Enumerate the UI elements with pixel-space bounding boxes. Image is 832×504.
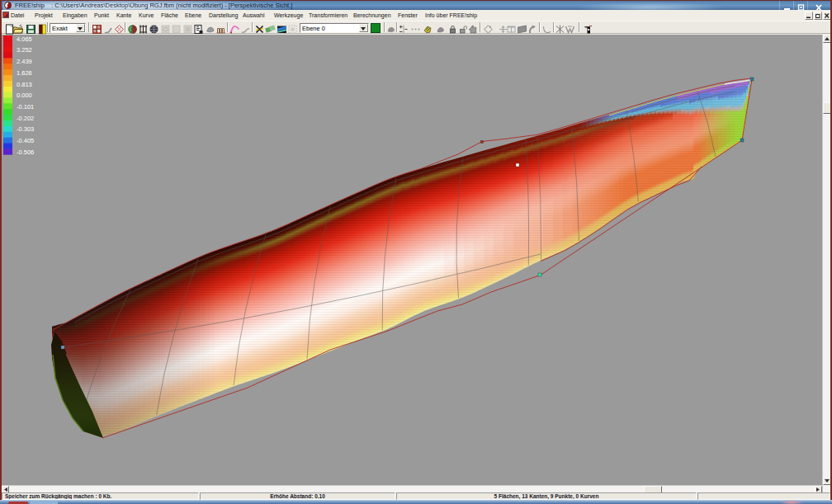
svg-text:-0.303: -0.303 bbox=[17, 125, 34, 133]
svg-text:-0.405: -0.405 bbox=[17, 137, 34, 144]
svg-text:3.252: 3.252 bbox=[17, 46, 32, 54]
svg-text:0.813: 0.813 bbox=[17, 81, 32, 88]
svg-text:1.626: 1.626 bbox=[17, 69, 32, 77]
svg-text:-0.506: -0.506 bbox=[17, 148, 34, 156]
svg-text:2.439: 2.439 bbox=[17, 58, 32, 65]
svg-text:-0.101: -0.101 bbox=[17, 103, 34, 111]
svg-text:0.000: 0.000 bbox=[17, 92, 32, 99]
svg-text:4.065: 4.065 bbox=[17, 35, 32, 43]
svg-text:-0.202: -0.202 bbox=[17, 115, 34, 122]
